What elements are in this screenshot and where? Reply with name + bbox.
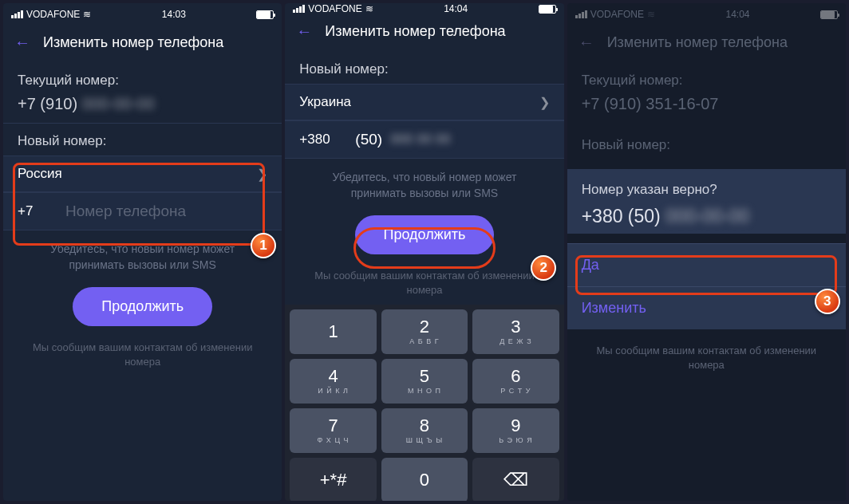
current-number-value: +7 (910) 351-16-07	[567, 95, 846, 123]
numeric-keypad: 12А Б В Г3Д Е Ж З4И Й К Л5М Н О П6Р С Т …	[285, 305, 563, 501]
back-icon[interactable]: ←	[296, 22, 312, 41]
new-number-label: Новый номер:	[3, 124, 282, 156]
confirm-number: +380 (50) 000-00-00	[582, 206, 831, 227]
page-title: Изменить номер телефона	[607, 34, 788, 51]
screen-1: VODAFONE ≋ 14:03 ← Изменить номер телефо…	[3, 3, 282, 501]
wifi-icon: ≋	[365, 3, 373, 14]
continue-button[interactable]: Продолжить	[355, 215, 495, 254]
hint-text: Убедитесь, что новый номер может принима…	[3, 230, 282, 273]
keypad-key-0[interactable]: 0	[381, 458, 468, 501]
nav-header: ← Изменить номер телефона	[567, 26, 846, 63]
nav-header: ← Изменить номер телефона	[285, 14, 563, 52]
country-selector[interactable]: Россия ❯	[3, 156, 282, 192]
clock: 14:04	[444, 3, 468, 14]
back-icon[interactable]: ←	[14, 33, 30, 52]
page-title: Изменить номер телефона	[325, 23, 505, 40]
footer-note: Мы сообщим вашим контактам об изменении …	[567, 329, 846, 387]
confirm-question: Номер указан верно?	[582, 182, 831, 198]
carrier: VODAFONE	[590, 9, 644, 20]
phone-rest: 000 00 00	[390, 132, 451, 148]
step-badge-1: 1	[251, 233, 276, 258]
current-number-label: Текущий номер:	[3, 63, 282, 95]
battery-icon	[256, 10, 274, 19]
keypad-key-6[interactable]: 6Р С Т У	[472, 359, 559, 404]
status-bar: VODAFONE ≋ 14:04	[567, 3, 846, 26]
clock: 14:03	[162, 9, 186, 20]
country-prefix: +380	[299, 132, 355, 148]
back-icon: ←	[579, 33, 594, 52]
keypad-key-2[interactable]: 2А Б В Г	[381, 309, 468, 354]
keypad-key-8[interactable]: 8Ш Щ Ъ Ы	[381, 408, 468, 453]
keypad-key-3[interactable]: 3Д Е Ж З	[472, 309, 559, 354]
confirm-yes-button[interactable]: Да	[567, 243, 846, 286]
step-badge-3: 3	[815, 289, 840, 314]
keypad-key-7[interactable]: 7Ф Х Ц Ч	[290, 408, 376, 453]
footer-note: Мы сообщим вашим контактам об изменении …	[285, 254, 563, 304]
current-number-label: Текущий номер:	[567, 63, 846, 95]
battery-icon	[820, 10, 838, 19]
screen-2: VODAFONE ≋ 14:04 ← Изменить номер телефо…	[285, 3, 563, 501]
signal-icon	[575, 10, 587, 18]
carrier: VODAFONE	[26, 9, 80, 20]
keypad-key-1[interactable]: 1	[290, 309, 376, 354]
wifi-icon: ≋	[647, 9, 655, 20]
continue-button[interactable]: Продолжить	[73, 287, 212, 326]
carrier: VODAFONE	[308, 3, 361, 14]
country-selector[interactable]: Украина ❯	[285, 84, 563, 120]
wifi-icon: ≋	[83, 9, 91, 20]
screen-3: VODAFONE ≋ 14:04 ← Изменить номер телефо…	[567, 3, 846, 501]
footer-note: Мы сообщим вашим контактам об изменении …	[3, 326, 282, 384]
phone-area: (50)	[355, 131, 382, 148]
keypad-key-+*#[interactable]: +*#	[290, 458, 376, 501]
phone-input[interactable]: +380 (50) 000 00 00	[285, 120, 563, 159]
phone-input[interactable]: +7 Номер телефона	[3, 192, 282, 230]
status-bar: VODAFONE ≋ 14:04	[285, 3, 563, 14]
country-name: Россия	[18, 166, 62, 182]
page-title: Изменить номер телефона	[43, 34, 223, 51]
phone-placeholder: Номер телефона	[65, 203, 186, 220]
status-bar: VODAFONE ≋ 14:03	[3, 3, 282, 26]
nav-header: ← Изменить номер телефона	[3, 26, 282, 63]
signal-icon	[11, 10, 23, 18]
country-name: Украина	[299, 94, 351, 110]
keypad-key-5[interactable]: 5М Н О П	[381, 359, 468, 404]
clock: 14:04	[725, 9, 749, 20]
hint-text: Убедитесь, что новый номер может принима…	[285, 159, 563, 201]
chevron-right-icon: ❯	[539, 95, 550, 110]
signal-icon	[293, 5, 305, 13]
new-number-label: Новый номер:	[567, 123, 846, 159]
country-prefix: +7	[18, 203, 65, 219]
confirm-edit-button[interactable]: Изменить	[567, 286, 846, 329]
new-number-label: Новый номер:	[285, 52, 563, 84]
keypad-key-⌫[interactable]: ⌫	[472, 458, 559, 501]
battery-icon	[539, 5, 556, 14]
current-number-value: +7 (910) 000-00-00	[3, 95, 282, 123]
confirm-panel: Номер указан верно? +380 (50) 000-00-00	[567, 169, 846, 234]
keypad-key-9[interactable]: 9Ь Э Ю Я	[472, 408, 559, 453]
keypad-key-4[interactable]: 4И Й К Л	[290, 359, 376, 404]
chevron-right-icon: ❯	[257, 167, 267, 182]
